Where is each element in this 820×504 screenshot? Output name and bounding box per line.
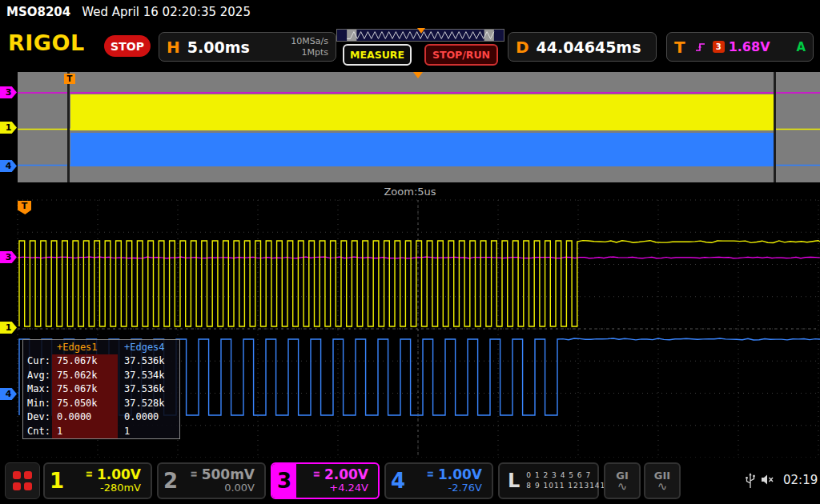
channel-2-number: 2 — [159, 464, 183, 498]
measurement-row-max: Max: 75.067k 37.536k — [23, 382, 179, 397]
channel-4-number: 4 — [386, 464, 410, 498]
stop-run-button[interactable]: STOP/RUN — [424, 44, 498, 66]
sine-wave-icon: ∿ — [657, 482, 668, 493]
channel-1-control[interactable]: 1 ≡1.00V -280mV — [43, 462, 152, 499]
measurement-col-edges4: +Edges4 — [118, 342, 181, 353]
channel-3-scale: 2.00V — [324, 467, 368, 483]
run-status-badge: STOP — [104, 35, 151, 57]
zoom-waveform-area: T 3 1 4 +Edges1 +Edges4 Cur: 75.067k 37.… — [0, 198, 820, 458]
coupling-icon: ≡ — [427, 470, 434, 480]
channel-2-scale: 500mV — [202, 467, 255, 483]
zoom-timebase-label: Zoom:5us — [0, 186, 820, 198]
datetime: Wed April 16 02:20:35 2025 — [82, 5, 251, 19]
trigger-level-value: 1.68V — [729, 39, 770, 54]
delay-value: 44.04645ms — [537, 38, 641, 56]
channel-4-offset: -2.76V — [448, 482, 482, 494]
channel-2-control[interactable]: 2 ≡500mV 0.00V — [157, 462, 266, 499]
trigger-source-badge: 3 — [713, 41, 725, 53]
measurement-col-edges1: +Edges1 — [52, 342, 118, 353]
model-name: MSO8204 — [6, 5, 70, 19]
overview-waveform-plot: T — [0, 70, 820, 184]
delay-label: D — [508, 38, 537, 57]
sample-rate: 10MSa/s — [291, 36, 328, 47]
rigol-logo: RIGOL — [8, 30, 85, 55]
trigger-label: T — [667, 38, 693, 57]
channel-4-scale: 1.00V — [438, 467, 482, 483]
sine-wave-icon: ∿ — [617, 482, 628, 493]
measure-button[interactable]: MEASURE — [343, 44, 412, 66]
svg-text:T: T — [67, 74, 73, 83]
bottom-channel-bar: 1 ≡1.00V -280mV 2 ≡500mV 0.00V 3 ≡2.00V … — [0, 460, 820, 504]
trigger-edge-icon — [694, 41, 707, 54]
trigger-sweep-mode: A — [796, 40, 813, 54]
digital-channels-control[interactable]: L 0 1 2 3 4 5 6 7 8 9 1011 12131415 — [498, 462, 599, 499]
zoom-window-right-edge — [774, 72, 776, 182]
header-bar: RIGOL STOP H 5.00ms 10MSa/s 1Mpts MEASUR… — [0, 24, 820, 70]
acquisition-overview: T 3 1 4 — [0, 70, 820, 184]
top-info-bar: MSO8204 Wed April 16 02:20:35 2025 — [0, 0, 820, 24]
measurement-row-dev: Dev: 0.0000 0.0000 — [23, 410, 179, 425]
generator-1-button[interactable]: GI ∿ — [604, 462, 641, 499]
coupling-icon: ≡ — [190, 470, 197, 480]
measurement-row-min: Min: 75.050k 37.528k — [23, 396, 179, 410]
trace-ch1 — [19, 241, 820, 326]
channel-4-control[interactable]: 4 ≡1.00V -2.76V — [384, 462, 493, 499]
channel-3-offset: +4.24V — [329, 482, 368, 494]
coupling-icon: ≡ — [313, 470, 320, 480]
measurement-row-cnt: Cnt: 1 1 — [23, 424, 179, 438]
timebase-value: 5.00ms — [187, 38, 250, 56]
acquisition-info: 10MSa/s 1Mpts — [291, 36, 336, 58]
coupling-icon: ≡ — [86, 470, 93, 480]
rigol-menu-icon — [13, 471, 32, 490]
waveform-record-navigator[interactable] — [336, 29, 504, 42]
channel-1-scale: 1.00V — [97, 467, 141, 483]
channel-3-control[interactable]: 3 ≡2.00V +4.24V — [271, 462, 380, 499]
measurement-row-avg: Avg: 75.062k 37.534k — [23, 368, 179, 382]
usb-icon — [745, 472, 756, 490]
oscilloscope-screen: MSO8204 Wed April 16 02:20:35 2025 RIGOL… — [0, 0, 820, 504]
measurement-header-row: +Edges1 +Edges4 — [23, 340, 179, 354]
menu-button[interactable] — [5, 462, 40, 499]
overview-trace-ch4 — [70, 133, 774, 166]
generator-2-button[interactable]: GII ∿ — [644, 462, 681, 499]
delay-widget[interactable]: D 44.04645ms — [508, 32, 657, 62]
digital-channel-numbers: 0 1 2 3 4 5 6 7 8 9 1011 12131415 — [526, 470, 611, 492]
channel-3-number: 3 — [272, 464, 296, 498]
measurement-row-cur: Cur: 75.067k 37.536k — [23, 354, 179, 369]
clock-time: 02:19 — [783, 473, 818, 487]
horizontal-timebase-widget[interactable]: H 5.00ms 10MSa/s 1Mpts — [159, 32, 336, 62]
zoom-window-left-edge — [67, 72, 70, 182]
measurement-panel: +Edges1 +Edges4 Cur: 75.067k 37.536k Avg… — [22, 339, 180, 439]
channel-1-number: 1 — [45, 464, 69, 498]
speaker-mute-icon — [761, 474, 774, 486]
memory-depth: 1Mpts — [301, 47, 328, 58]
navigator-position-marker[interactable] — [417, 28, 425, 34]
digital-label: L — [500, 470, 526, 492]
channel-2-offset: 0.00V — [224, 482, 255, 494]
horizontal-label: H — [159, 38, 187, 57]
trigger-widget[interactable]: T 3 1.68V A — [666, 32, 814, 62]
trace-ch3 — [18, 257, 820, 258]
channel-1-offset: -280mV — [100, 482, 141, 494]
overview-trace-ch1 — [70, 94, 774, 130]
